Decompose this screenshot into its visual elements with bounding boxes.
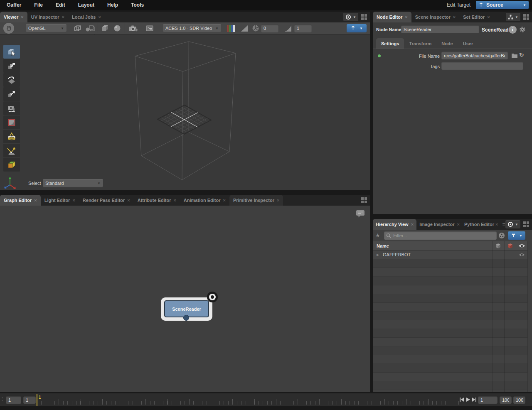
section-tab-node[interactable]: Node: [436, 38, 458, 49]
display-mode-dropdown[interactable]: OpenGL ▼: [26, 24, 66, 32]
light-tool-button[interactable]: [3, 130, 20, 143]
close-icon[interactable]: ×: [223, 198, 225, 203]
expand-arrow-icon[interactable]: ▶: [373, 253, 383, 257]
skip-to-start-icon[interactable]: [459, 397, 464, 402]
layout-grid-icon[interactable]: [523, 221, 530, 228]
tab-node-editor[interactable]: Node Editor ×: [373, 12, 411, 22]
exclusions-column-header[interactable]: [504, 243, 516, 249]
pause-processing-button[interactable]: [3, 23, 14, 34]
viewer-focus-menu-button[interactable]: ▼: [343, 13, 358, 21]
viewer-pin-dropdown[interactable]: ▼: [347, 24, 367, 32]
end-frame-input[interactable]: [513, 396, 525, 404]
range-end-input[interactable]: [500, 396, 512, 404]
channel-select-button[interactable]: [224, 25, 237, 32]
inclusions-column-header[interactable]: [492, 243, 504, 249]
hierarchy-focus-menu-button[interactable]: ▼: [505, 220, 520, 228]
tab-light-editor[interactable]: Light Editor ×: [41, 195, 79, 206]
scale-tool-button[interactable]: [3, 87, 20, 101]
selection-tool-button[interactable]: [3, 45, 20, 59]
menu-file[interactable]: File: [34, 2, 49, 8]
layout-grid-icon[interactable]: [523, 14, 530, 20]
annotation-icon[interactable]: [355, 209, 366, 219]
gamma-button[interactable]: [282, 25, 294, 32]
camera-tool-button[interactable]: [3, 101, 20, 115]
section-tab-settings[interactable]: Settings: [376, 38, 404, 49]
tab-local-jobs[interactable]: Local Jobs ×: [68, 12, 105, 22]
tab-graph-editor[interactable]: Graph Editor ×: [0, 195, 41, 206]
tab-scene-inspector[interactable]: Scene Inspector ×: [411, 12, 459, 22]
aperture-button[interactable]: [250, 25, 261, 32]
close-icon[interactable]: ×: [411, 222, 414, 227]
close-icon[interactable]: ×: [277, 198, 279, 203]
filter-options-icon[interactable]: [498, 232, 505, 239]
exposure-input[interactable]: [261, 25, 278, 32]
current-frame-input[interactable]: [23, 396, 36, 404]
close-icon[interactable]: ×: [62, 15, 64, 20]
name-column-header[interactable]: Name: [373, 243, 389, 248]
section-tab-user[interactable]: User: [458, 38, 478, 49]
gamma-input[interactable]: [294, 25, 312, 32]
edit-target-dropdown[interactable]: Source ▼: [476, 1, 529, 9]
hierarchy-pin-dropdown[interactable]: ▼: [508, 231, 525, 240]
gear-icon[interactable]: [519, 26, 526, 33]
menu-tools[interactable]: Tools: [131, 2, 150, 8]
close-icon[interactable]: ×: [495, 222, 498, 227]
shading-ball-button[interactable]: [111, 24, 123, 32]
play-icon[interactable]: [466, 397, 470, 402]
wireframe-mode-button[interactable]: [71, 24, 83, 32]
close-icon[interactable]: ×: [487, 15, 490, 20]
filter-field[interactable]: [384, 231, 497, 240]
menu-layout[interactable]: Layout: [78, 2, 101, 8]
section-tab-transform[interactable]: Transform: [404, 38, 436, 49]
tab-uv-inspector[interactable]: UV Inspector ×: [27, 12, 68, 22]
layout-grid-icon[interactable]: [361, 14, 367, 20]
close-icon[interactable]: ×: [98, 15, 101, 20]
frame-input[interactable]: [478, 396, 498, 404]
rotate-tool-button[interactable]: [3, 73, 20, 87]
tab-python-editor[interactable]: Python Editor ×: [463, 219, 500, 230]
close-icon[interactable]: ×: [173, 198, 176, 203]
close-icon[interactable]: ×: [72, 198, 75, 203]
tab-attribute-editor[interactable]: Attribute Editor ×: [134, 195, 180, 206]
info-icon[interactable]: i: [509, 26, 517, 34]
shaded-preview-button[interactable]: [83, 24, 96, 32]
tab-animation-editor[interactable]: Animation Editor ×: [180, 195, 229, 206]
tab-viewer[interactable]: Viewer ×: [0, 12, 27, 22]
graph-canvas[interactable]: SceneReader: [0, 206, 370, 392]
list-menu-icon[interactable]: ≡: [502, 221, 505, 227]
close-icon[interactable]: ×: [457, 222, 459, 227]
tab-primitive-inspector[interactable]: Primitive Inspector ×: [229, 195, 283, 206]
camera-settings-button[interactable]: [126, 24, 140, 32]
close-icon[interactable]: ×: [127, 198, 130, 203]
menu-gaffer[interactable]: Gaffer: [7, 2, 27, 8]
translate-tool-button[interactable]: [3, 59, 20, 73]
playhead[interactable]: [37, 394, 37, 406]
tab-image-inspector[interactable]: Image Inspector ×: [416, 219, 463, 230]
tab-set-editor[interactable]: Set Editor ×: [459, 12, 493, 22]
crop-window-tool-button[interactable]: [3, 115, 20, 129]
render-output-button[interactable]: [143, 24, 158, 32]
tab-render-pass-editor[interactable]: Render Pass Editor ×: [79, 195, 134, 206]
menu-help[interactable]: Help: [107, 2, 124, 8]
frame-ruler[interactable]: [37, 393, 461, 405]
refresh-icon[interactable]: ↻: [519, 52, 524, 58]
color-space-dropdown[interactable]: ACES 1.0 - SDR Video ▼: [163, 24, 221, 32]
close-icon[interactable]: ×: [34, 198, 37, 203]
skip-to-end-icon[interactable]: [472, 397, 477, 402]
node-name-input[interactable]: [401, 25, 479, 33]
filter-input[interactable]: [393, 233, 495, 238]
row-visibility-toggle[interactable]: [516, 253, 528, 257]
close-icon[interactable]: ×: [405, 15, 407, 20]
close-icon[interactable]: ×: [21, 15, 23, 20]
visibility-column-header[interactable]: [516, 243, 528, 248]
viewport-3d[interactable]: Select Standard ▼: [0, 34, 370, 190]
solid-geometry-button[interactable]: [99, 24, 111, 32]
select-mode-dropdown[interactable]: Standard ▼: [43, 179, 103, 187]
uv-scene-tool-button[interactable]: [3, 158, 20, 172]
node-hierarchy-menu-button[interactable]: ▼: [506, 13, 520, 21]
tab-hierarchy-view[interactable]: Hierarchy View ×: [373, 219, 416, 230]
range-start-input[interactable]: [6, 396, 21, 404]
layout-grid-icon[interactable]: [361, 197, 367, 204]
light-position-tool-button[interactable]: [3, 144, 20, 157]
exposure-button[interactable]: [239, 25, 250, 32]
